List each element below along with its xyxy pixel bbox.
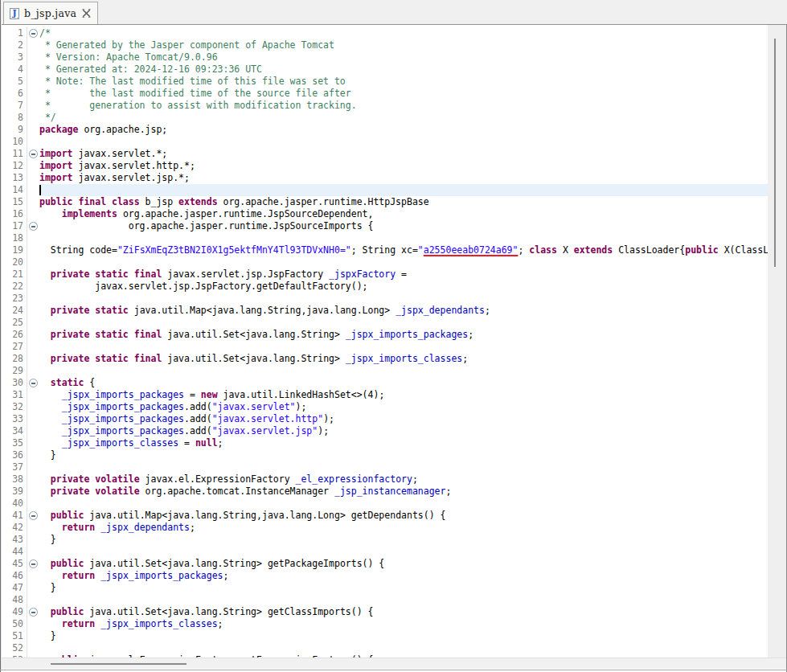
code-line-text[interactable]: }	[39, 534, 768, 546]
fold-collapse-icon[interactable]	[29, 150, 38, 158]
code-token: "	[418, 244, 424, 256]
code-line: 10	[1, 136, 768, 148]
horizontal-scrollbar-thumb[interactable]	[51, 663, 187, 665]
tab-label: b_jsp.java	[24, 7, 76, 19]
code-token: {	[84, 377, 95, 388]
code-line-text[interactable]: private static final javax.servlet.jsp.J…	[39, 268, 768, 281]
line-number: 50	[1, 618, 27, 630]
vertical-scrollbar-thumb[interactable]	[774, 39, 776, 267]
code-line-text[interactable]: * Generated at: 2024-12-16 09:23:36 UTC	[39, 64, 768, 76]
fold-collapse-icon[interactable]	[29, 608, 38, 617]
code-line-text[interactable]	[39, 136, 768, 148]
code-line-text[interactable]: * generation to assist with modification…	[39, 100, 768, 112]
code-line-text[interactable]	[39, 642, 768, 654]
code-token: .add(	[184, 425, 212, 436]
fold-column	[27, 160, 39, 172]
code-token: ClassLoader{	[613, 244, 685, 256]
fold-collapse-icon[interactable]	[29, 379, 38, 387]
code-line-text[interactable]: public java.util.Set<java.lang.String> g…	[39, 558, 768, 570]
code-token	[39, 522, 62, 533]
code-line: 37	[1, 461, 768, 473]
code-line-text[interactable]: package org.apache.jsp;	[39, 124, 768, 136]
line-number: 52	[1, 642, 27, 654]
code-line-text[interactable]: _jspx_imports_packages.add("javax.servle…	[39, 425, 768, 437]
code-token: implements	[62, 208, 117, 219]
code-token	[39, 437, 62, 449]
code-token: private static final	[51, 329, 162, 340]
code-token: _jspxFactory	[329, 268, 396, 280]
code-line-text[interactable]: static {	[39, 377, 768, 389]
code-line-text[interactable]: }	[39, 630, 768, 642]
code-line-text[interactable]: }	[39, 449, 768, 461]
code-editor[interactable]: 1/*2 * Generated by the Jasper component…	[1, 25, 768, 658]
code-line-text[interactable]: public java.util.Set<java.lang.String> g…	[39, 606, 768, 618]
code-token	[39, 305, 51, 316]
code-line-text[interactable]: public final class b_jsp extends org.apa…	[39, 196, 768, 208]
code-line-text[interactable]: javax.servlet.jsp.JspFactory.getDefaultF…	[39, 281, 768, 293]
line-number: 37	[1, 461, 27, 473]
code-line-text[interactable]: String code="ZiFsXmEqZ3tBN2I0X1g5ektfMnY…	[39, 244, 768, 256]
code-line-text[interactable]: /*	[39, 27, 768, 39]
fold-column	[27, 184, 39, 196]
code-line-text[interactable]	[39, 498, 768, 510]
code-line-text[interactable]: return _jspx_imports_packages;	[39, 570, 768, 582]
fold-collapse-icon[interactable]	[29, 511, 38, 520]
code-line-text[interactable]: * Note: The last modified time of this f…	[39, 76, 768, 88]
code-line-text[interactable]	[39, 594, 768, 606]
code-line-text[interactable]: private volatile javax.el.ExpressionFact…	[39, 473, 768, 486]
fold-column	[27, 148, 39, 160]
code-line: 11import javax.servlet.*;	[1, 148, 768, 160]
fold-column	[27, 473, 39, 486]
code-line-text[interactable]: org.apache.jasper.runtime.JspSourceImpor…	[39, 220, 768, 232]
code-line-text[interactable]: return _jspx_imports_classes;	[39, 618, 768, 630]
code-line-text[interactable]	[39, 232, 768, 244]
code-token: java.util.Map<java.lang.String,java.lang…	[129, 305, 396, 316]
code-line-text[interactable]: _jspx_imports_packages = new java.util.L…	[39, 389, 768, 401]
code-line-text[interactable]	[39, 341, 768, 353]
code-line-text[interactable]: return _jspx_dependants;	[39, 522, 768, 534]
code-line-text[interactable]: implements org.apache.jasper.runtime.Jsp…	[39, 208, 768, 220]
code-token	[39, 570, 62, 581]
code-line-text[interactable]: * Version: Apache Tomcat/9.0.96	[39, 51, 768, 64]
vertical-scrollbar[interactable]	[768, 25, 786, 658]
code-line-text[interactable]: import javax.servlet.http.*;	[39, 160, 768, 172]
code-line-text[interactable]: }	[39, 582, 768, 594]
code-line-text[interactable]: _jspx_imports_classes = null;	[39, 437, 768, 449]
code-line-text[interactable]	[39, 184, 768, 196]
horizontal-scrollbar[interactable]	[1, 658, 786, 669]
code-line-text[interactable]: private static java.util.Map<java.lang.S…	[39, 305, 768, 317]
fold-collapse-icon[interactable]	[29, 29, 38, 38]
code-line-text[interactable]: */	[39, 112, 768, 124]
code-line-text[interactable]: _jspx_imports_packages.add("javax.servle…	[39, 413, 768, 425]
code-line-text[interactable]: public java.util.Map<java.lang.String,ja…	[39, 510, 768, 522]
code-line-text[interactable]: private static final java.util.Set<java.…	[39, 329, 768, 341]
fold-collapse-icon[interactable]	[29, 559, 38, 568]
code-line-text[interactable]	[39, 365, 768, 377]
code-line-text[interactable]	[39, 546, 768, 558]
code-token: );	[323, 413, 334, 424]
code-token: _jspx_imports_packages	[62, 389, 184, 400]
code-line-text[interactable]: private static final java.util.Set<java.…	[39, 353, 768, 365]
code-line-text[interactable]	[39, 293, 768, 305]
code-line-text[interactable]: * the last modified time of the source f…	[39, 88, 768, 100]
fold-column	[27, 27, 39, 39]
code-line: 15public final class b_jsp extends org.a…	[1, 196, 768, 208]
code-line-text[interactable]: private volatile org.apache.tomcat.Insta…	[39, 486, 768, 498]
code-line-text[interactable]: import javax.servlet.jsp.*;	[39, 172, 768, 184]
code-line-text[interactable]	[39, 461, 768, 473]
code-token: _jspx_imports_packages	[62, 413, 184, 424]
code-token: _jspx_imports_classes	[346, 353, 462, 364]
code-token: public	[685, 244, 719, 256]
close-icon[interactable]	[81, 9, 91, 18]
fold-collapse-icon[interactable]	[29, 222, 38, 231]
code-line-text[interactable]: * Generated by the Jasper component of A…	[39, 39, 768, 51]
code-line-text[interactable]: import javax.servlet.*;	[39, 148, 768, 160]
code-line-text[interactable]	[39, 317, 768, 329]
code-token: java.util.Set<java.lang.String> getPacka…	[84, 558, 384, 569]
fold-column	[27, 88, 39, 100]
code-line: 1/*	[1, 27, 768, 39]
code-line-text[interactable]: _jspx_imports_packages.add("javax.servle…	[39, 401, 768, 413]
code-line-text[interactable]	[39, 256, 768, 268]
tab-b-jsp-java[interactable]: J b_jsp.java	[3, 2, 98, 24]
code-line: 2 * Generated by the Jasper component of…	[1, 39, 768, 51]
